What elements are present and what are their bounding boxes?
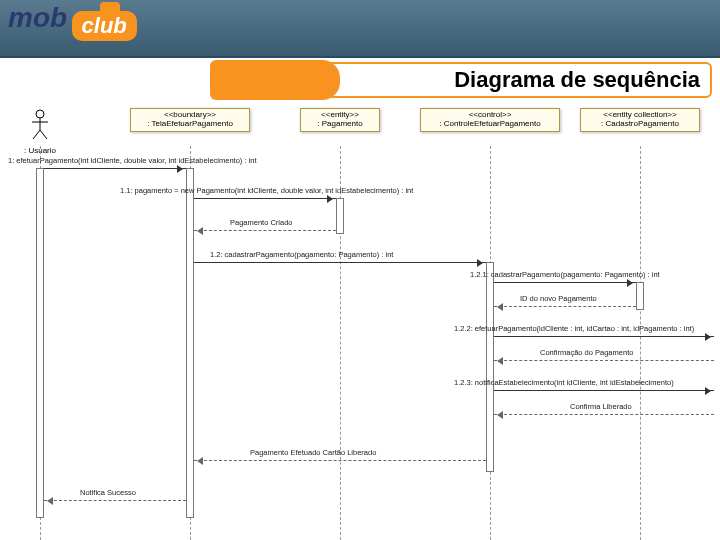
collection-box: <<entity collection>> : CadastroPagament…: [580, 108, 700, 132]
activation-entity: [336, 198, 344, 234]
msg-r123-arrow: [494, 414, 714, 415]
activation-control: [486, 262, 494, 472]
msg-12-label: 1.2: cadastrarPagamento(pagamento: Pagam…: [210, 250, 393, 259]
title-box: Diagrama de sequência: [212, 62, 712, 98]
collection-name: : CadastroPagamento: [587, 120, 693, 129]
lifeline-collection: [640, 146, 641, 540]
svg-line-3: [33, 130, 40, 139]
control-name: : ControleEfetuarPagamento: [427, 120, 553, 129]
msg-r123-label: Confirma Liberado: [570, 402, 632, 411]
msg-r121-label: ID do novo Pagamento: [520, 294, 597, 303]
actor-icon: [30, 108, 50, 140]
sequence-diagram: : Usuario <<boundary>> : TelaEfetuarPaga…: [0, 104, 720, 540]
msg-r12-label: Pagamento Efetuado Cartão Liberado: [250, 448, 376, 457]
msg-r1-label: Notifica Sucesso: [80, 488, 136, 497]
title-tab: [210, 60, 340, 100]
msg-r122-arrow: [494, 360, 714, 361]
msg-1-arrow: [44, 168, 186, 169]
logo: mob club: [8, 2, 178, 56]
msg-r11-arrow: [194, 230, 336, 231]
msg-122-arrow: [494, 336, 714, 337]
svg-point-0: [36, 110, 44, 118]
control-box: <<control>> : ControleEfetuarPagamento: [420, 108, 560, 132]
activation-collection: [636, 282, 644, 310]
msg-r122-label: Confirmação do Pagamento: [540, 348, 633, 357]
logo-text-club: club: [72, 11, 137, 41]
msg-r11-label: Pagamento Criado: [230, 218, 293, 227]
boundary-name: : TelaEfetuarPagamento: [137, 120, 243, 129]
msg-123-label: 1.2.3: notificaEstabelecimento(int idCli…: [454, 378, 674, 387]
participant-control: <<control>> : ControleEfetuarPagamento: [420, 108, 560, 132]
msg-121-label: 1.2.1: cadastrarPagamento(pagamento: Pag…: [470, 270, 660, 279]
boundary-box: <<boundary>> : TelaEfetuarPagamento: [130, 108, 250, 132]
activation-actor: [36, 168, 44, 518]
msg-1-label: 1: efetuarPagamento(int idCliente, doubl…: [8, 156, 256, 165]
msg-121-arrow: [494, 282, 636, 283]
entity-box: <<entity>> : Pagamento: [300, 108, 380, 132]
header-bar: mob club: [0, 0, 720, 58]
activation-boundary: [186, 168, 194, 518]
msg-122-label: 1.2.2: efetuarPagamento(idCliente : int,…: [454, 324, 694, 333]
entity-name: : Pagamento: [307, 120, 373, 129]
participant-collection: <<entity collection>> : CadastroPagament…: [580, 108, 700, 132]
msg-r12-arrow: [194, 460, 486, 461]
msg-12-arrow: [194, 262, 486, 263]
participant-boundary: <<boundary>> : TelaEfetuarPagamento: [130, 108, 250, 132]
msg-r1-arrow: [44, 500, 186, 501]
svg-line-4: [40, 130, 47, 139]
msg-11-label: 1.1: pagamento = new Pagamento(int idCli…: [120, 186, 413, 195]
msg-r121-arrow: [494, 306, 636, 307]
page-title: Diagrama de sequência: [454, 67, 700, 93]
msg-123-arrow: [494, 390, 714, 391]
logo-text-mob: mob: [8, 2, 67, 34]
participant-entity: <<entity>> : Pagamento: [300, 108, 380, 132]
msg-11-arrow: [194, 198, 336, 199]
